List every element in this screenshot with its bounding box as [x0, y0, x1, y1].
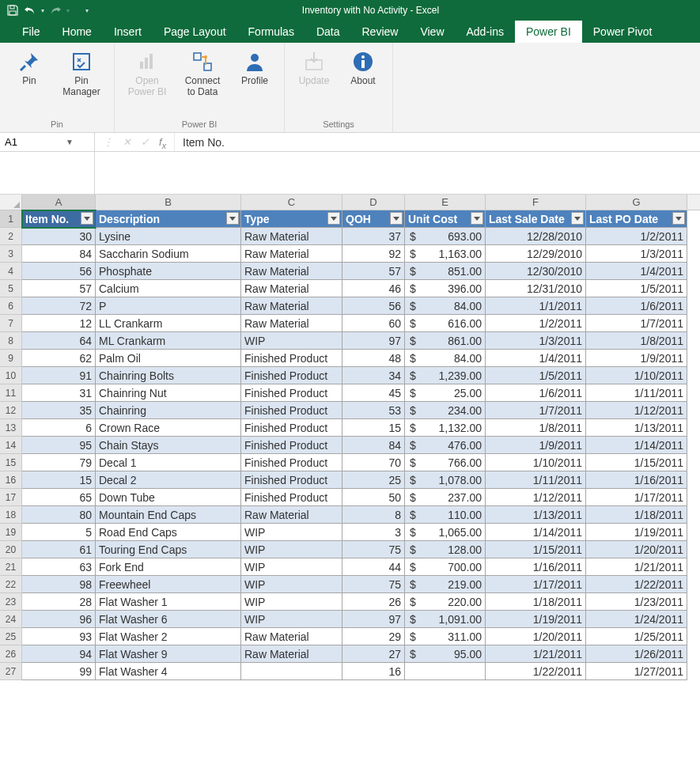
cell[interactable]: 5 [22, 524, 96, 541]
cell[interactable]: ML Crankarm [96, 332, 241, 350]
cell[interactable]: Touring End Caps [96, 541, 241, 558]
cell[interactable]: 16 [342, 663, 405, 680]
cell[interactable]: Raw Material [241, 315, 342, 332]
ribbon-tab-formulas[interactable]: Formulas [237, 21, 305, 43]
cell[interactable]: 92 [342, 245, 405, 263]
col-header-A[interactable]: A [22, 195, 96, 210]
cell[interactable]: 1/4/2011 [586, 263, 687, 280]
cell[interactable]: 1/17/2011 [586, 489, 687, 506]
cell[interactable]: WIP [241, 332, 342, 350]
cell[interactable]: $766.00 [405, 454, 486, 471]
cell[interactable]: WIP [241, 524, 342, 541]
ribbon-button-about[interactable]: About [340, 46, 386, 118]
cell[interactable]: 1/11/2011 [486, 471, 586, 489]
row-header[interactable]: 25 [0, 628, 22, 645]
cell[interactable]: 1/3/2011 [486, 332, 586, 350]
ribbon-tab-data[interactable]: Data [305, 21, 351, 43]
cell[interactable]: Finished Product [241, 454, 342, 471]
col-header-E[interactable]: E [405, 195, 486, 210]
cell[interactable]: 1/12/2011 [486, 489, 586, 506]
cell[interactable]: Flat Washer 9 [96, 645, 241, 663]
cell[interactable]: Mountain End Caps [96, 506, 241, 524]
row-header[interactable]: 19 [0, 524, 22, 541]
cell[interactable]: Chain Stays [96, 437, 241, 454]
cell[interactable]: Flat Washer 2 [96, 628, 241, 645]
cell[interactable]: 29 [342, 628, 405, 645]
cell[interactable]: $84.00 [405, 297, 486, 315]
cell[interactable]: 57 [22, 280, 96, 297]
cell[interactable]: Chainring [96, 402, 241, 419]
cell[interactable]: 37 [342, 228, 405, 245]
cell[interactable]: 6 [22, 419, 96, 437]
row-header[interactable]: 22 [0, 576, 22, 593]
cell[interactable]: 35 [22, 402, 96, 419]
col-header-C[interactable]: C [241, 195, 342, 210]
cell[interactable]: 79 [22, 454, 96, 471]
cell[interactable]: Flat Washer 6 [96, 611, 241, 628]
row-header[interactable]: 7 [0, 315, 22, 332]
cell[interactable]: 1/13/2011 [486, 506, 586, 524]
table-header-cell[interactable]: QOH [342, 210, 405, 228]
cell[interactable]: 26 [342, 593, 405, 611]
table-header-cell[interactable]: Last Sale Date [486, 210, 586, 228]
cell[interactable]: 65 [22, 489, 96, 506]
row-header[interactable]: 1 [0, 210, 22, 228]
cell[interactable]: $237.00 [405, 489, 486, 506]
row-header[interactable]: 6 [0, 297, 22, 315]
cell[interactable]: 84 [22, 245, 96, 263]
cell[interactable]: Flat Washer 1 [96, 593, 241, 611]
cell[interactable]: 1/10/2011 [586, 367, 687, 384]
ribbon-button-profile[interactable]: Profile [232, 46, 278, 118]
row-header[interactable]: 21 [0, 558, 22, 576]
cell[interactable]: 1/20/2011 [486, 628, 586, 645]
table-header-cell[interactable]: Item No. [22, 210, 96, 228]
cell[interactable]: 48 [342, 350, 405, 367]
row-header[interactable]: 13 [0, 419, 22, 437]
cell[interactable]: 1/23/2011 [586, 593, 687, 611]
cell[interactable]: $1,163.00 [405, 245, 486, 263]
cell[interactable]: Finished Product [241, 367, 342, 384]
col-header-D[interactable]: D [342, 195, 405, 210]
cell[interactable]: 1/14/2011 [486, 524, 586, 541]
filter-dropdown-icon[interactable] [471, 212, 483, 225]
cell[interactable]: 1/17/2011 [486, 576, 586, 593]
cell[interactable]: Chainring Nut [96, 384, 241, 402]
cell[interactable]: 1/11/2011 [586, 384, 687, 402]
cell[interactable]: $219.00 [405, 576, 486, 593]
cell[interactable]: 12/31/2010 [486, 280, 586, 297]
row-header[interactable]: 23 [0, 593, 22, 611]
cell[interactable]: 15 [342, 419, 405, 437]
redo-icon[interactable] [49, 4, 62, 17]
ribbon-tab-page-layout[interactable]: Page Layout [153, 21, 237, 43]
cell[interactable]: Raw Material [241, 280, 342, 297]
cell[interactable]: 61 [22, 541, 96, 558]
cell[interactable]: 1/19/2011 [586, 524, 687, 541]
cell[interactable]: 94 [22, 645, 96, 663]
table-header-cell[interactable]: Type [241, 210, 342, 228]
cell[interactable]: Lysine [96, 228, 241, 245]
cell[interactable]: $234.00 [405, 402, 486, 419]
cell[interactable]: 75 [342, 576, 405, 593]
table-header-cell[interactable]: Last PO Date [586, 210, 687, 228]
cell[interactable]: 93 [22, 628, 96, 645]
cell[interactable]: 34 [342, 367, 405, 384]
cell[interactable]: 3 [342, 524, 405, 541]
cell[interactable]: 97 [342, 611, 405, 628]
row-header[interactable]: 3 [0, 245, 22, 263]
filter-dropdown-icon[interactable] [571, 212, 584, 225]
cell[interactable]: Raw Material [241, 245, 342, 263]
filter-dropdown-icon[interactable] [672, 212, 685, 225]
cell[interactable]: 99 [22, 663, 96, 680]
cell[interactable]: 1/21/2011 [586, 558, 687, 576]
row-header[interactable]: 11 [0, 384, 22, 402]
cell[interactable]: 27 [342, 645, 405, 663]
cell[interactable]: 1/8/2011 [486, 419, 586, 437]
cell[interactable]: 31 [22, 384, 96, 402]
cell[interactable]: $396.00 [405, 280, 486, 297]
cell[interactable]: 46 [342, 280, 405, 297]
cell[interactable]: 1/25/2011 [586, 628, 687, 645]
cell[interactable]: 97 [342, 332, 405, 350]
filter-dropdown-icon[interactable] [390, 212, 403, 225]
ribbon-button-connect-to-data[interactable]: Connectto Data [176, 46, 229, 118]
cell[interactable]: Raw Material [241, 297, 342, 315]
